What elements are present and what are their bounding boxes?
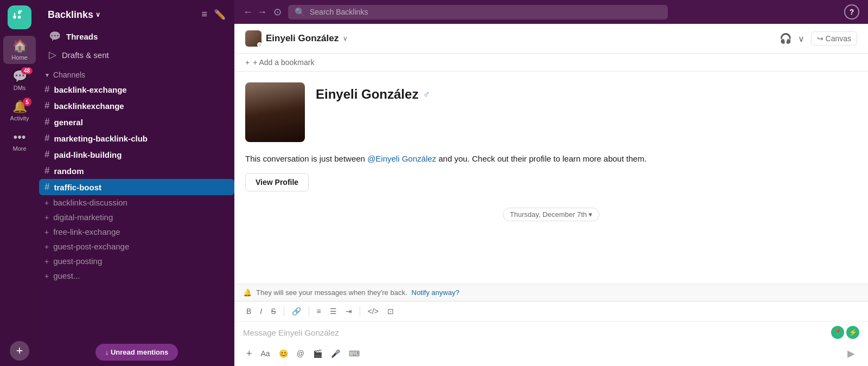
- add-workspace-button[interactable]: +: [10, 341, 29, 361]
- more-label: More: [12, 145, 26, 152]
- dms-label: DMs: [14, 85, 26, 91]
- italic-button[interactable]: I: [257, 305, 265, 318]
- drafts-icon: ▷: [49, 49, 56, 61]
- channel-backlink-exchange[interactable]: # backlink-exchange: [39, 81, 234, 98]
- home-icon: 🏠: [12, 39, 27, 53]
- link-button[interactable]: 🔗: [289, 305, 304, 318]
- plus-icon: +: [44, 213, 49, 222]
- intro-message: This conversation is just between @Einye…: [245, 153, 857, 191]
- bookmark-bar[interactable]: + + Add a bookmark: [234, 54, 868, 72]
- mention-button[interactable]: @: [293, 347, 308, 360]
- plus-icon: +: [44, 257, 49, 266]
- help-button[interactable]: ?: [844, 4, 859, 20]
- away-icon: 🔔: [243, 288, 252, 297]
- bookmark-plus-icon: +: [245, 58, 250, 67]
- headphone-icon[interactable]: 🎧: [780, 33, 792, 44]
- channel-list: # backlink-exchange # backlinkexchange #…: [39, 81, 234, 283]
- search-icon: 🔍: [295, 7, 305, 17]
- home-label: Home: [11, 54, 27, 61]
- channel-traffic-boost[interactable]: # traffic-boost: [39, 179, 234, 195]
- nav-arrows: ← →: [243, 7, 267, 18]
- hash-icon: #: [44, 117, 49, 127]
- text-format-button[interactable]: Aa: [258, 347, 273, 360]
- channel-marketing-backlink-club[interactable]: # marketing-backlink-club: [39, 130, 234, 146]
- sidebar-header: Backlinks ∨ ≡ ✏️: [39, 0, 234, 25]
- channel-guest-posting[interactable]: + guest-posting: [39, 254, 234, 268]
- back-button[interactable]: ←: [243, 7, 253, 18]
- video-button[interactable]: 🎬: [310, 347, 326, 360]
- unread-mentions-button[interactable]: ↓ Unread mentions: [95, 344, 178, 361]
- code-button[interactable]: </>: [365, 305, 382, 318]
- chat-header-user[interactable]: Einyeli González ∨: [245, 30, 348, 47]
- canvas-button[interactable]: ↪ Canvas: [811, 31, 857, 46]
- unread-mentions-label: ↓ Unread mentions: [105, 348, 168, 356]
- message-input-row: 📍 ⚡: [234, 322, 868, 343]
- search-bar[interactable]: 🔍: [288, 5, 668, 20]
- sidebar-item-threads[interactable]: 💬 Threads: [43, 27, 230, 46]
- app-logo[interactable]: [8, 5, 31, 29]
- chat-container: Einyeli González ∨ 🎧 ∨ ↪ Canvas + + Add …: [234, 24, 868, 366]
- unordered-list-button[interactable]: ☰: [327, 305, 340, 318]
- channel-guest-partial[interactable]: + guest...: [39, 268, 234, 283]
- main-area: ← → ⊙ 🔍 ? Einyeli González ∨ 🎧: [234, 0, 868, 366]
- audio-button[interactable]: 🎤: [328, 347, 343, 360]
- nav-dms[interactable]: 48 💬 DMs: [3, 66, 36, 94]
- emoji-button[interactable]: 😊: [276, 347, 291, 360]
- nav-more[interactable]: ••• More: [3, 127, 36, 155]
- profile-avatar-image: [245, 82, 305, 142]
- date-pill[interactable]: Thursday, December 7th ▾: [503, 208, 600, 221]
- bolt-icon[interactable]: ⚡: [846, 326, 859, 339]
- workspace-name[interactable]: Backlinks ∨: [48, 9, 100, 21]
- filter-icon[interactable]: ≡: [201, 9, 207, 21]
- channel-guest-post-exchange[interactable]: + guest-post-exchange: [39, 239, 234, 254]
- nav-home[interactable]: 🏠 Home: [3, 36, 36, 64]
- indent-button[interactable]: ⇥: [342, 305, 355, 318]
- nav-activity[interactable]: 5 🔔 Activity: [3, 97, 36, 125]
- view-profile-button[interactable]: View Profile: [245, 173, 309, 191]
- search-input[interactable]: [310, 8, 661, 16]
- activity-label: Activity: [10, 115, 29, 121]
- channel-digital-marketing[interactable]: + digital-marketing: [39, 210, 234, 224]
- sidebar-actions: ≡ ✏️: [201, 9, 226, 21]
- add-button[interactable]: +: [243, 346, 256, 362]
- sidebar-item-drafts[interactable]: ▷ Drafts & sent: [43, 46, 230, 64]
- channel-general[interactable]: # general: [39, 114, 234, 130]
- chat-dropdown-icon[interactable]: ∨: [343, 35, 348, 42]
- channel-free-link-exchange[interactable]: + free-link-exchange: [39, 224, 234, 239]
- send-button[interactable]: ▶: [843, 345, 859, 362]
- formatting-bar: B I S 🔗 ≡ ☰ ⇥ </> ⊡: [234, 301, 868, 322]
- channel-paid-link-building[interactable]: # paid-link-building: [39, 146, 234, 163]
- history-icon[interactable]: ⊙: [273, 6, 282, 18]
- formatting-divider-2: [309, 306, 309, 316]
- format-more-button[interactable]: ⊡: [384, 305, 397, 318]
- sidebar-nav: 💬 Threads ▷ Drafts & sent: [39, 25, 234, 66]
- channels-arrow-icon: ▼: [44, 72, 50, 78]
- ordered-list-button[interactable]: ≡: [314, 305, 324, 318]
- plus-icon: +: [44, 242, 49, 251]
- bold-button[interactable]: B: [243, 305, 254, 318]
- hash-icon: #: [44, 165, 49, 176]
- hash-icon: #: [44, 100, 49, 111]
- top-bar: ← → ⊙ 🔍 ?: [234, 0, 868, 24]
- icon-bar: 🏠 Home 48 💬 DMs 5 🔔 Activity ••• More +: [0, 0, 39, 366]
- unread-mentions-bar: ↓ Unread mentions: [39, 338, 234, 366]
- compose-icon[interactable]: ✏️: [214, 9, 226, 21]
- threads-icon: 💬: [49, 30, 61, 42]
- formatting-divider-1: [284, 306, 284, 316]
- mention-link[interactable]: @Einyeli González: [367, 154, 436, 163]
- strikethrough-button[interactable]: S: [267, 305, 279, 318]
- message-input[interactable]: [243, 328, 827, 337]
- channel-random[interactable]: # random: [39, 163, 234, 179]
- header-dropdown-icon[interactable]: ∨: [798, 34, 805, 44]
- sidebar: Backlinks ∨ ≡ ✏️ 💬 Threads ▷ Drafts & se…: [39, 0, 234, 366]
- channel-backlinkexchange[interactable]: # backlinkexchange: [39, 98, 234, 114]
- channels-section-header[interactable]: ▼ Channels: [39, 66, 234, 81]
- channel-backlinks-discussion[interactable]: + backlinks-discussion: [39, 195, 234, 210]
- intro-paragraph: This conversation is just between @Einye…: [245, 153, 857, 165]
- shortcut-button[interactable]: ⌨: [346, 347, 363, 360]
- formatting-divider-3: [360, 306, 360, 316]
- forward-button[interactable]: →: [257, 7, 267, 18]
- pin-icon[interactable]: 📍: [831, 326, 844, 339]
- hash-icon: #: [44, 84, 49, 95]
- notify-anyway-link[interactable]: Notify anyway?: [412, 288, 459, 297]
